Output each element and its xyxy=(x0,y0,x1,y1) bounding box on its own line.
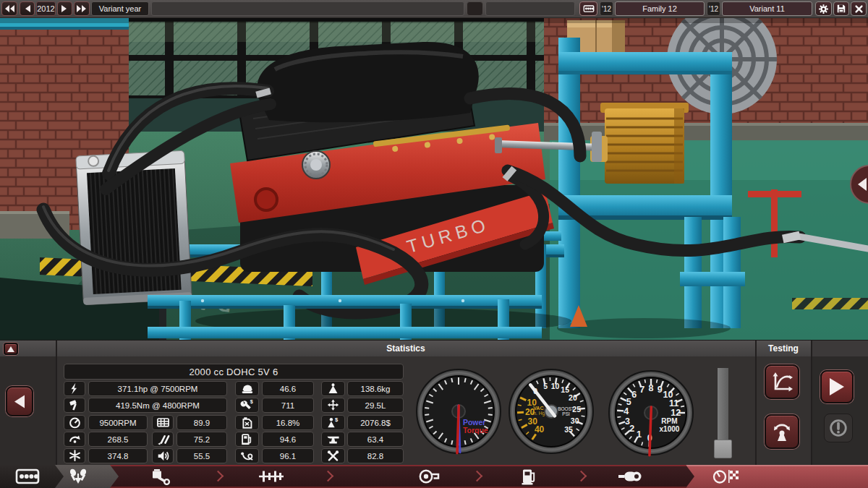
pulley xyxy=(255,189,277,210)
octane-icon xyxy=(239,433,255,445)
rpm-gauge: 0123456789101112RPMx1000 xyxy=(597,359,705,467)
car-shortcut-button[interactable] xyxy=(467,1,483,16)
weight-icon xyxy=(326,382,341,395)
size-icon xyxy=(321,398,345,413)
engineering-time-icon xyxy=(326,450,341,462)
engineering-time-icon xyxy=(321,448,345,463)
engine-title: 2000 cc DOHC 5V 6 xyxy=(64,364,404,380)
exclamation-icon xyxy=(829,419,848,437)
engineering-time-value: 82.8 xyxy=(347,448,404,463)
max-rpm-value: 9500RPM xyxy=(88,415,148,430)
svg-text:30: 30 xyxy=(571,416,579,425)
tab-aspiration[interactable] xyxy=(392,465,464,488)
engine-icon-button[interactable] xyxy=(579,1,597,16)
torque-icon xyxy=(67,399,82,411)
cooling-icon xyxy=(64,448,85,463)
reliability-icon xyxy=(152,415,174,430)
production-units-icon xyxy=(326,433,341,445)
svg-text:VAC: VAC xyxy=(533,406,543,411)
weight-icon xyxy=(321,381,345,396)
throttle-slider-track[interactable] xyxy=(718,368,728,443)
last-year-button[interactable] xyxy=(74,1,90,16)
loudness-icon xyxy=(152,448,174,463)
save-button[interactable] xyxy=(833,1,849,16)
tab-fuel-system[interactable] xyxy=(492,465,564,488)
responsiveness-icon xyxy=(64,432,85,447)
engine-test-cell-render: DANG xyxy=(0,17,868,340)
power-icon xyxy=(64,381,85,396)
next-year-button[interactable] xyxy=(57,1,72,16)
torque-value: 419.5Nm @ 4800RPM xyxy=(88,398,227,413)
emissions-icon xyxy=(239,450,255,462)
gear-icon xyxy=(818,4,829,14)
svg-text:1: 1 xyxy=(637,429,642,440)
double-right-arrow-icon xyxy=(76,4,88,13)
loudness-value: 55.5 xyxy=(176,448,227,463)
efficiency-icon xyxy=(235,415,259,430)
size-value: 29.5L xyxy=(347,398,404,413)
prev-page-button[interactable] xyxy=(6,386,33,416)
service-cost-value: 711 xyxy=(262,398,314,413)
save-icon xyxy=(836,4,846,14)
svg-text:2: 2 xyxy=(629,424,634,434)
viewport-3d[interactable]: DANG xyxy=(0,17,868,340)
svg-text:$: $ xyxy=(250,399,253,405)
bottom-tab-bar xyxy=(0,465,868,488)
material-cost-icon: $ xyxy=(326,416,341,429)
family-year-badge: '12 xyxy=(600,1,613,16)
dyno-test-button[interactable] xyxy=(765,414,799,449)
smoothness-icon xyxy=(239,382,255,395)
finish-value: 75.2 xyxy=(176,432,227,447)
emissions-value: 96.1 xyxy=(262,448,314,463)
variant-selector[interactable]: Variant 11 xyxy=(722,1,812,16)
power-icon xyxy=(67,382,82,395)
efficiency-value: 16.8% xyxy=(262,415,314,430)
material-cost-icon: $ xyxy=(321,415,345,430)
octane-icon xyxy=(235,432,259,447)
reliability-value: 89.9 xyxy=(176,415,227,430)
power-value: 371.1hp @ 7500RPM xyxy=(88,381,227,396)
close-icon xyxy=(854,4,864,14)
cooling-icon xyxy=(67,450,82,462)
tab-top-end[interactable] xyxy=(235,465,307,488)
svg-text:4: 4 xyxy=(624,406,629,416)
graph-curve-icon xyxy=(770,371,793,393)
variant-year-label: Variant year xyxy=(91,1,149,16)
svg-text:5: 5 xyxy=(626,397,631,407)
warnings-button[interactable] xyxy=(824,414,853,442)
svg-text:35: 35 xyxy=(564,425,573,434)
double-left-arrow-icon xyxy=(4,4,15,13)
year-field[interactable]: 2012 xyxy=(36,1,56,16)
collapse-panel-button[interactable] xyxy=(4,343,18,355)
tab-engine-block[interactable] xyxy=(0,465,64,488)
tab-bottom-end[interactable] xyxy=(125,465,197,488)
finish-icon xyxy=(152,432,174,447)
dyno-curves-button[interactable] xyxy=(765,364,799,399)
cooling-value: 374.8 xyxy=(88,448,148,463)
svg-text:Torque: Torque xyxy=(463,426,488,435)
first-year-button[interactable] xyxy=(1,1,17,16)
svg-text:5: 5 xyxy=(543,382,548,390)
tab-testing[interactable] xyxy=(686,465,868,488)
throttle-slider-handle[interactable] xyxy=(714,440,732,458)
family-selector[interactable]: Family 12 xyxy=(615,1,705,16)
next-page-button[interactable] xyxy=(820,370,854,403)
family-browser-field[interactable] xyxy=(151,1,464,16)
svg-text:RPM: RPM xyxy=(661,417,677,425)
prev-year-button[interactable] xyxy=(20,1,35,16)
loudness-icon xyxy=(156,450,171,462)
tab-exhaust[interactable] xyxy=(595,465,667,488)
service-cost-icon: $ xyxy=(239,399,255,411)
testing-header-label: Testing xyxy=(768,343,799,354)
responsiveness-value: 268.5 xyxy=(88,432,148,447)
left-arrow-icon xyxy=(856,177,868,192)
close-button[interactable] xyxy=(851,1,867,16)
variant-browser-field[interactable] xyxy=(485,1,575,16)
production-units-value: 63.4 xyxy=(347,432,404,447)
settings-button[interactable] xyxy=(815,1,832,16)
octane-value: 94.6 xyxy=(262,432,314,447)
emissions-icon xyxy=(235,448,259,463)
svg-text:9: 9 xyxy=(658,385,663,395)
efficiency-icon xyxy=(239,416,255,429)
svg-text:PSI: PSI xyxy=(562,411,570,416)
